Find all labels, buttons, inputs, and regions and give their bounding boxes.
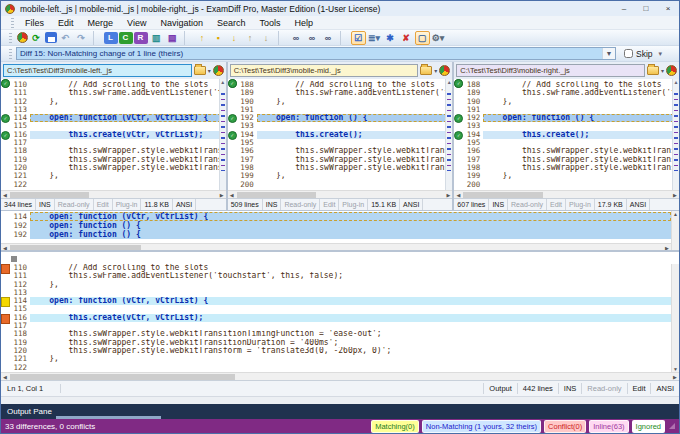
current-diff-icon[interactable]: ▪: [211, 31, 226, 45]
open-file-icon[interactable]: [420, 66, 432, 75]
code-line[interactable]: 118 this.swWrapper.style.webkitTransitio…: [1, 330, 671, 338]
toolbar-overflow-icon[interactable]: ▾: [659, 50, 663, 58]
pane-resize-gutter[interactable]: [1, 396, 679, 404]
menu-item[interactable]: View: [120, 16, 153, 30]
code-line[interactable]: 199 },: [228, 172, 453, 180]
first-diff-icon[interactable]: ↑: [243, 31, 258, 45]
output-horizontal-scrollbar[interactable]: ◀ ▶: [1, 372, 679, 380]
status-badge[interactable]: Matching(0): [371, 420, 419, 433]
splitter-handle[interactable]: [11, 256, 17, 262]
code-line[interactable]: 120 this.swWrapper.style.webkitTransform…: [1, 347, 671, 355]
output-editor[interactable]: 110 // Add scrolling to the slots 111 th…: [1, 264, 679, 372]
find-next-icon[interactable]: ∞: [305, 31, 320, 45]
horizontal-panes-icon[interactable]: ▥: [149, 31, 164, 45]
status-badge[interactable]: Non-Matching (1 yours, 32 theirs): [422, 420, 541, 433]
chevron-down-icon[interactable]: ▾: [661, 67, 664, 74]
compare-icon[interactable]: [666, 65, 677, 76]
menu-item[interactable]: Files: [18, 16, 51, 30]
status-badge[interactable]: Inline(63): [589, 420, 628, 433]
diff-options-icon[interactable]: ≣▾: [367, 31, 382, 45]
compare-icon[interactable]: [17, 32, 28, 43]
code-line[interactable]: 192 open: function () {: [228, 114, 453, 122]
code-line[interactable]: 119 this.swWrapper.style.webkitTransitio…: [1, 339, 671, 347]
show-left-pane-icon[interactable]: L: [104, 32, 118, 44]
code-line[interactable]: 110 // Add scrolling to the slots: [1, 81, 226, 89]
scroll-left-icon[interactable]: ◀: [454, 192, 462, 198]
diff-map-scrollbar[interactable]: ▲: [219, 79, 226, 190]
find-prev-icon[interactable]: ∞: [321, 31, 336, 45]
menu-item[interactable]: Help: [287, 16, 320, 30]
code-line[interactable]: 200: [454, 181, 679, 189]
code-line[interactable]: 198 this.swWrapper.style.webkitTransform…: [454, 164, 679, 172]
menu-item[interactable]: Merge: [81, 16, 121, 30]
resize-grip-icon[interactable]: [669, 423, 675, 429]
code-line[interactable]: 121 },: [1, 355, 671, 363]
code-line[interactable]: 200: [228, 181, 453, 189]
code-line[interactable]: 115: [1, 122, 226, 130]
pane-left-code[interactable]: 110 // Add scrolling to the slots 111 th…: [1, 79, 226, 190]
code-line[interactable]: 121 },: [1, 172, 226, 180]
ignore-rules-icon[interactable]: ✘: [399, 31, 414, 45]
status-badge[interactable]: Ignored: [632, 420, 665, 433]
menu-item[interactable]: Navigation: [153, 16, 210, 30]
show-right-pane-icon[interactable]: R: [134, 32, 148, 44]
code-line[interactable]: 189 this.swFrame.addEventListener('touch…: [228, 89, 453, 97]
code-line[interactable]: 115: [1, 305, 671, 313]
horizontal-scrollbar[interactable]: ◀ ▶: [454, 190, 679, 198]
code-line[interactable]: 113: [1, 106, 226, 114]
code-line[interactable]: 190 },: [228, 98, 453, 106]
diff-map-scrollbar[interactable]: ▲: [445, 79, 452, 190]
code-line[interactable]: 111 this.swFrame.addEventListener('touch…: [1, 89, 226, 97]
menu-item[interactable]: Search: [210, 16, 253, 30]
undo-icon[interactable]: ↶: [58, 31, 73, 45]
code-line[interactable]: 194 this.create();: [228, 131, 453, 139]
options-icon[interactable]: ⚙▾: [431, 31, 446, 45]
scroll-right-icon[interactable]: ▶: [671, 374, 679, 380]
code-line[interactable]: 195: [454, 139, 679, 147]
chevron-down-icon[interactable]: ▼: [602, 48, 615, 59]
code-line[interactable]: 196 this.swWrapper.style.webkitTransitio…: [228, 147, 453, 155]
code-line[interactable]: 117: [1, 139, 226, 147]
horizontal-scrollbar[interactable]: ◀ ▶: [1, 190, 226, 198]
code-line[interactable]: 122: [1, 364, 671, 372]
status-badge[interactable]: Conflict(0): [544, 420, 586, 433]
code-line[interactable]: 112 },: [1, 98, 226, 106]
diff-map-scrollbar[interactable]: ▲: [672, 79, 679, 190]
code-line[interactable]: 196 this.swWrapper.style.webkitTransitio…: [454, 147, 679, 155]
code-line[interactable]: 197 this.swWrapper.style.webkitTransitio…: [228, 156, 453, 164]
menu-item[interactable]: Edit: [51, 16, 81, 30]
show-center-pane-icon[interactable]: C: [119, 32, 133, 44]
vertical-scrollbar[interactable]: ▲ ▼: [671, 264, 679, 372]
scroll-left-icon[interactable]: ◀: [1, 374, 9, 380]
code-line[interactable]: 195: [228, 139, 453, 147]
close-button[interactable]: ×: [657, 1, 679, 16]
pane-right-code[interactable]: 188 // Add scrolling to the slots 189 th…: [454, 79, 679, 190]
pane-middle-code[interactable]: 188 // Add scrolling to the slots 189 th…: [228, 79, 453, 190]
code-line[interactable]: 116 this.create(vCtr, vCtrList);: [1, 131, 226, 139]
horizontal-scrollbar[interactable]: ◀ ▶: [228, 190, 453, 198]
vertical-scrollbar[interactable]: ▲: [671, 211, 679, 250]
skip-checkbox-input[interactable]: [624, 49, 633, 58]
menu-item[interactable]: Tools: [252, 16, 287, 30]
code-line[interactable]: 193: [228, 122, 453, 130]
code-line[interactable]: 114 open: function (vCtr, vCtrList) {: [1, 297, 671, 305]
last-diff-icon[interactable]: ↓: [259, 31, 274, 45]
redo-icon[interactable]: ↷: [74, 31, 89, 45]
code-line[interactable]: 199 },: [454, 172, 679, 180]
chevron-down-icon[interactable]: ▾: [208, 67, 211, 74]
code-line[interactable]: 191: [228, 106, 453, 114]
scroll-left-icon[interactable]: ◀: [228, 192, 236, 198]
code-line[interactable]: 112 },: [1, 281, 671, 289]
code-line[interactable]: 194 this.create();: [454, 131, 679, 139]
detail-row[interactable]: 114 open: function (vCtr, vCtrList) {: [1, 212, 671, 221]
detail-row[interactable]: 192 open: function () {: [1, 221, 671, 230]
code-line[interactable]: 122: [1, 181, 226, 189]
code-line[interactable]: 111 this.swFrame.addEventListener('touch…: [1, 272, 671, 280]
vertical-panes-icon[interactable]: ▤: [165, 31, 180, 45]
code-line[interactable]: 191: [454, 106, 679, 114]
compare-icon[interactable]: [213, 65, 224, 76]
save-icon[interactable]: [45, 32, 57, 43]
file-path-input[interactable]: C:\Test\Test\Diff3\mobile-right._js: [456, 64, 645, 77]
code-line[interactable]: 113: [1, 289, 671, 297]
code-line[interactable]: 197 this.swWrapper.style.webkitTransitio…: [454, 156, 679, 164]
